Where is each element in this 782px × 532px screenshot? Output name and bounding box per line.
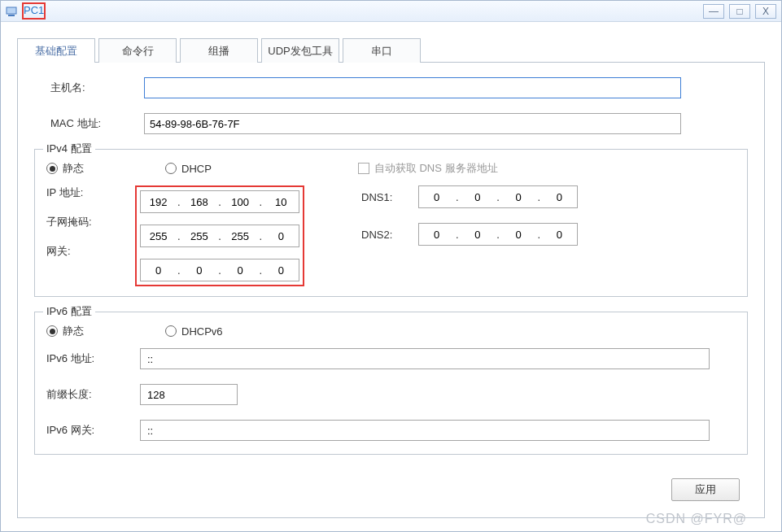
tab-basic[interactable]: 基础配置 [17,38,95,63]
radio-static-v6[interactable]: 静态 [46,324,84,338]
ipv6-addr-input[interactable] [140,348,710,369]
tabs-container: 基础配置 命令行 组播 UDP发包工具 串口 主机名: MAC 地址: IPv4… [1,22,781,518]
svg-rect-0 [7,7,16,14]
ipv6-fieldset: IPv6 配置 静态 DHCPv6 IPv6 地址: [34,312,748,455]
window: PC1 — □ X 基础配置 命令行 组播 UDP发包工具 串口 主机名: MA… [0,0,782,532]
radio-dhcpv6-icon [165,325,177,337]
dns1-input[interactable]: . . . [418,185,578,208]
ipv6-mode-row: 静态 DHCPv6 [46,324,736,338]
dns2-input[interactable]: . . . [418,223,578,246]
prefix-label: 前缀长度: [46,387,140,402]
checkbox-auto-dns-label: 自动获取 DNS 服务器地址 [374,161,498,176]
ip-input[interactable]: . . . [140,190,299,213]
minimize-button[interactable]: — [703,4,724,19]
dns2-row: DNS2: . . . [361,223,578,246]
gw-oct-1[interactable] [142,264,175,277]
dns1-oct-1[interactable] [421,191,453,203]
mask-oct-3[interactable] [224,230,256,242]
tab-multicast[interactable]: 组播 [180,38,258,63]
mask-input[interactable]: . . . [140,225,299,247]
mac-row: MAC 地址: [50,113,748,134]
dns1-oct-2[interactable] [461,191,494,203]
hostname-row: 主机名: [50,77,748,98]
prefix-row: 前缀长度: [46,384,736,405]
ipv4-left: IP 地址: 子网掩码: 网关: [46,185,140,286]
radio-static-v4[interactable]: 静态 [46,161,84,176]
ipv4-legend: IPv4 配置 [43,142,95,156]
mask-oct-4[interactable] [264,230,297,242]
apply-button[interactable]: 应用 [671,478,740,501]
window-title-highlight: PC1 [22,2,46,20]
ipv6-gw-row: IPv6 网关: [46,420,736,441]
ipv6-legend: IPv6 配置 [43,304,95,319]
dns2-oct-3[interactable] [502,229,535,241]
tab-cli[interactable]: 命令行 [98,38,177,63]
gw-oct-4[interactable] [264,264,297,277]
panel-basic: 主机名: MAC 地址: IPv4 配置 静态 DHCP [17,63,765,518]
mask-row: 子网掩码: [46,215,140,229]
radio-dhcpv6[interactable]: DHCPv6 [165,325,223,338]
gw-oct-2[interactable] [183,264,216,277]
ip-oct-1[interactable] [142,196,175,208]
radio-dhcp-v4-icon [165,163,177,174]
close-button[interactable]: X [755,4,776,19]
dns2-oct-4[interactable] [543,229,575,241]
radio-static-v4-label: 静态 [63,161,84,176]
dns1-oct-3[interactable] [502,191,535,203]
tabs: 基础配置 命令行 组播 UDP发包工具 串口 [17,38,765,63]
mac-label: MAC 地址: [50,116,144,131]
ip-oct-4[interactable] [264,196,297,208]
dns2-oct-2[interactable] [461,229,494,241]
radio-static-v4-icon [46,163,58,174]
ip-highlight-box: . . . . . . [135,185,304,286]
radio-dhcpv6-label: DHCPv6 [181,325,223,338]
radio-dhcp-v4[interactable]: DHCP [165,163,212,175]
pc-icon [6,5,19,18]
mac-input[interactable] [144,113,681,134]
ipv4-fieldset: IPv4 配置 静态 DHCP 自动获取 DNS 服务器地址 [34,149,748,297]
hostname-label: 主机名: [50,81,144,95]
ipv4-mode-row: 静态 DHCP 自动获取 DNS 服务器地址 [46,161,736,176]
radio-static-v6-icon [46,325,58,337]
mask-label: 子网掩码: [46,215,140,229]
tab-udp[interactable]: UDP发包工具 [261,38,339,63]
gateway-input[interactable]: . . . [140,259,299,281]
titlebar-left: PC1 [6,2,46,20]
titlebar: PC1 — □ X [1,1,781,22]
footer: 应用 [671,478,740,501]
checkbox-auto-dns[interactable]: 自动获取 DNS 服务器地址 [358,161,498,176]
gateway-label: 网关: [46,244,140,259]
mask-oct-1[interactable] [142,230,175,242]
tab-serial[interactable]: 串口 [343,38,421,63]
svg-rect-1 [8,15,15,16]
dns1-row: DNS1: . . . [361,185,578,208]
ipv6-addr-row: IPv6 地址: [46,348,736,369]
radio-static-v6-label: 静态 [63,324,84,338]
window-controls: — □ X [703,4,776,19]
maximize-button[interactable]: □ [729,4,750,19]
gw-oct-3[interactable] [224,264,256,277]
dns2-oct-1[interactable] [421,229,453,241]
window-title: PC1 [24,4,44,16]
prefix-input[interactable] [140,384,238,405]
dns2-label: DNS2: [361,229,418,241]
dns1-oct-4[interactable] [543,191,575,203]
radio-dhcp-v4-label: DHCP [181,163,212,175]
mask-oct-2[interactable] [183,230,216,242]
ip-row: IP 地址: [46,185,140,200]
ip-oct-2[interactable] [183,196,216,208]
ip-label: IP 地址: [46,185,140,200]
ip-oct-3[interactable] [224,196,256,208]
checkbox-auto-dns-icon [358,163,369,174]
gateway-row: 网关: [46,244,140,259]
ipv6-addr-label: IPv6 地址: [46,351,140,366]
dns1-label: DNS1: [361,191,418,203]
ipv6-gw-input[interactable] [140,420,710,441]
ipv4-right: DNS1: . . . DNS2: . [361,185,578,286]
hostname-input[interactable] [144,77,681,98]
ipv6-gw-label: IPv6 网关: [46,423,140,438]
